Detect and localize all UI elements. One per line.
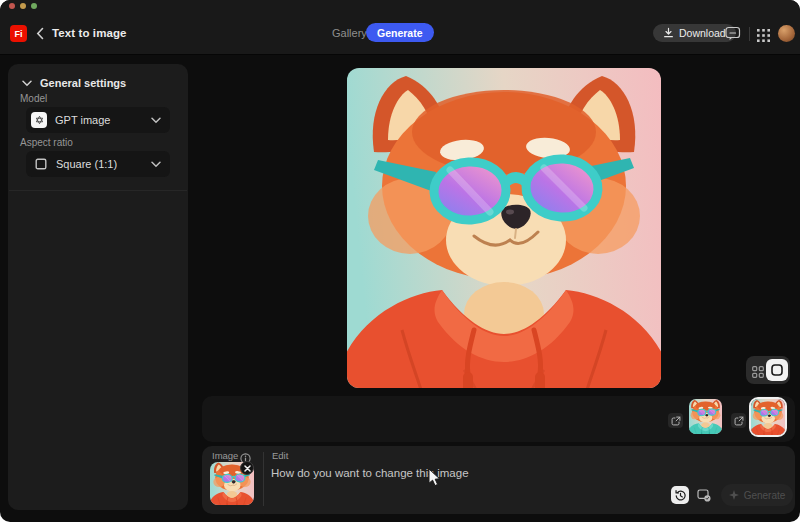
zoom-window-icon[interactable] bbox=[31, 3, 37, 9]
macos-traffic-lights[interactable] bbox=[9, 3, 37, 9]
single-view-icon bbox=[771, 364, 783, 376]
download-icon bbox=[663, 27, 674, 39]
export-result-button[interactable] bbox=[731, 413, 746, 428]
tab-gallery[interactable]: Gallery bbox=[332, 27, 367, 39]
gpt-model-icon bbox=[31, 112, 47, 128]
avatar[interactable] bbox=[778, 25, 795, 42]
tab-generate[interactable]: Generate bbox=[366, 23, 434, 42]
sidebar-divider bbox=[9, 190, 187, 191]
export-icon bbox=[734, 416, 744, 426]
remove-image-button[interactable] bbox=[240, 461, 254, 475]
generate-button-disabled[interactable]: Generate bbox=[721, 484, 793, 506]
general-settings-header[interactable]: General settings bbox=[22, 77, 126, 89]
feedback-bubble-icon bbox=[725, 26, 741, 42]
export-icon bbox=[671, 416, 681, 426]
model-value: GPT image bbox=[55, 114, 143, 126]
history-icon bbox=[674, 489, 687, 502]
image-check-icon bbox=[697, 489, 711, 502]
export-result-button[interactable] bbox=[668, 413, 683, 428]
chevron-down-icon bbox=[22, 80, 32, 87]
prompt-input[interactable] bbox=[271, 464, 601, 482]
generate-label: Generate bbox=[744, 490, 786, 501]
model-dropdown[interactable]: GPT image bbox=[26, 107, 170, 133]
firefly-window: Fi Text to image Gallery Generate Downlo… bbox=[0, 0, 800, 522]
aspect-ratio-dropdown[interactable]: Square (1:1) bbox=[26, 151, 170, 177]
download-label: Download bbox=[679, 27, 726, 39]
aspect-ratio-label: Aspect ratio bbox=[20, 137, 73, 148]
general-settings-title: General settings bbox=[40, 77, 126, 89]
result-thumbnail-teal[interactable] bbox=[689, 399, 722, 434]
history-button[interactable] bbox=[671, 486, 689, 504]
page-title: Text to image bbox=[52, 27, 127, 39]
minimize-window-icon[interactable] bbox=[20, 3, 26, 9]
chevron-left-icon bbox=[36, 27, 44, 40]
apps-grid-button[interactable] bbox=[757, 28, 770, 41]
aspect-ratio-value: Square (1:1) bbox=[56, 158, 142, 170]
single-view-button[interactable] bbox=[766, 359, 788, 381]
chevron-down-icon bbox=[151, 161, 161, 168]
info-button[interactable] bbox=[240, 450, 251, 461]
feedback-button[interactable] bbox=[725, 26, 741, 41]
header-divider bbox=[749, 27, 750, 41]
download-button[interactable]: Download bbox=[653, 24, 736, 42]
grid-view-icon bbox=[752, 366, 764, 378]
grid-view-button[interactable] bbox=[752, 364, 764, 376]
edit-label: Edit bbox=[272, 450, 288, 461]
back-button[interactable] bbox=[33, 26, 47, 41]
view-toggle bbox=[746, 356, 790, 384]
image-chip-label: Image bbox=[212, 450, 238, 461]
close-window-icon[interactable] bbox=[9, 3, 15, 9]
model-label: Model bbox=[20, 93, 47, 104]
sparkle-icon bbox=[729, 490, 739, 500]
apps-grid-icon bbox=[757, 29, 770, 42]
firefly-logo[interactable]: Fi bbox=[10, 25, 27, 42]
titlebar: Fi Text to image Gallery Generate Downlo… bbox=[0, 0, 800, 55]
generated-image[interactable] bbox=[347, 68, 661, 388]
square-aspect-icon bbox=[35, 158, 47, 170]
result-thumbnail-orange-selected[interactable] bbox=[749, 397, 787, 437]
image-reference-button[interactable] bbox=[697, 488, 711, 501]
prompt-divider bbox=[263, 452, 264, 506]
close-icon bbox=[244, 465, 251, 472]
chevron-down-icon bbox=[151, 117, 161, 124]
